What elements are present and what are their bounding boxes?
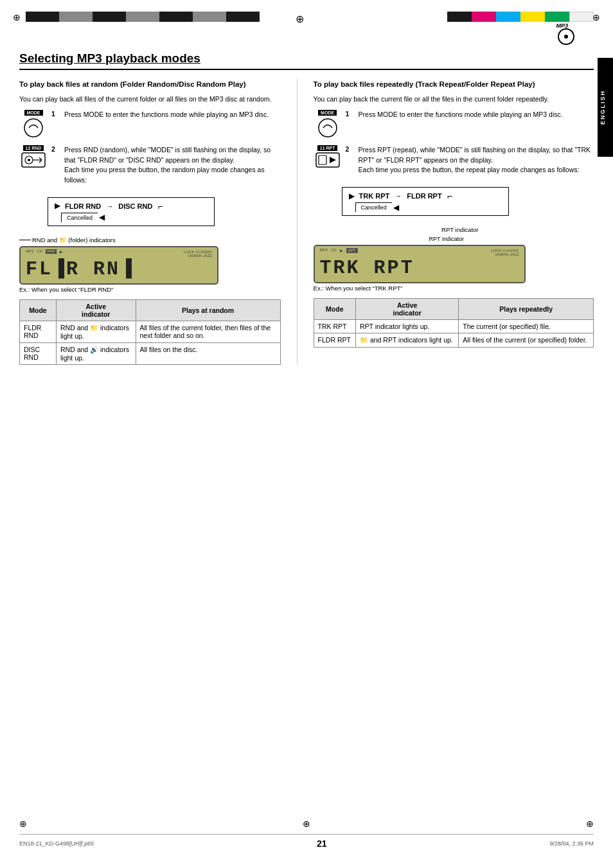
left-indicators-label: RND and 📁 (folder) indicators [19,236,281,244]
right-table-header-indicator: Activeindicator [356,299,459,320]
right-flow-arrow-right: ▶ [349,192,354,200]
right-table: Mode Activeindicator Plays repeatedly TR… [314,298,594,348]
left-step1-number: 1 [51,110,60,118]
left-step2-label: 12 RND [23,145,44,151]
reg-mark-bottom-center: ⊕ [303,819,310,829]
right-step2-icon: 11 RPT [314,145,342,168]
left-table-mode-1: FLDR RND [20,321,57,342]
right-step2-label: 11 RPT [317,145,338,151]
left-lcd-right-indicators: LOCK CLASSIC URBAN JAZZ [184,250,212,258]
right-table-mode-1: TRK RPT [314,320,355,333]
reg-mark-top-left: ⊕ [13,13,21,22]
right-flow-cancel-row: Cancelled ◀ [349,202,502,212]
left-lcd-big-text: FL▐R RN▐ [26,258,134,280]
left-table-row-2: DISC RND RND and 🔊 indicators light up. … [20,342,281,364]
right-table-indicator-1: RPT indicator lights up. [356,320,459,333]
left-step2-text: Press RND (random), while "MODE" is stil… [64,145,281,186]
right-step2-number: 2 [346,145,355,153]
rpt-button-icon [315,152,340,168]
right-lcd-top-indicators: MP3 CD ▶ RPT [320,248,358,253]
right-back-arrow: ◀ [393,203,399,212]
right-ex-label: Ex.: When you select “TRK RPT” [314,285,594,292]
left-table-plays-2: All files on the disc. [136,342,280,364]
right-column: To play back files repeatedly (Track Rep… [314,79,594,365]
right-table-header-mode: Mode [314,299,355,320]
left-step2-icon: 12 RND [19,145,48,168]
right-display-container: RPT indicator MP3 CD ▶ RPT TRK RPT [314,236,594,283]
left-table-indicator-2: RND and 🔊 indicators light up. [56,342,136,364]
page-title: Selecting MP3 playback modes [19,51,594,70]
footer-area: ⊕ ⊕ ⊕ EN18-21_KD-G498[UH]f.p65 21 9/28/0… [19,819,594,849]
flow-arrow1: → [106,202,113,210]
footer-filename: EN18-21_KD-G498[UH]f.p65 [19,840,94,847]
right-section-title: To play back files repeatedly (Track Rep… [314,79,594,89]
left-step1: MODE 1 Press MODE to enter the functions… [19,110,281,139]
right-rpt-indicator-arrow-label: RPT indicator [314,236,594,245]
svg-line-6 [39,160,42,163]
left-lcd-display: MP3 CD RND ▶ FL▐R RN▐ LOCK CLASSIC URBAN… [19,246,218,285]
left-flow-cancel-row: Cancelled ◀ [55,213,208,222]
right-table-mode-2: FLDR RPT [314,333,355,348]
left-table-header-indicator: Activeindicator [56,299,136,321]
right-lcd-big-text: TRK RPT [320,257,414,279]
svg-point-3 [28,159,30,161]
left-column: To play back files at random (Folder Ran… [19,79,281,365]
column-separator [297,79,298,365]
right-intro-text: You can play back the current file or al… [314,94,594,105]
footer-reg-marks: ⊕ ⊕ ⊕ [19,819,594,829]
svg-point-7 [319,119,337,137]
flow-arrow-right: ▶ [55,202,60,210]
right-step1-text: Press MODE to enter the functions mode w… [359,110,594,120]
right-color-bars [447,12,594,22]
footer-timestamp: 9/28/04, 2:36 PM [549,840,594,847]
right-step2: 11 RPT 2 Press RPT (repeat), while "MODE… [314,145,594,175]
left-table-header-mode: Mode [20,299,57,321]
left-color-bars [26,12,260,22]
left-table-mode-2: DISC RND [20,342,57,364]
left-back-arrow: ◀ [99,213,105,222]
english-tab: ENGLISH [598,58,613,157]
right-table-plays-2: All files of the current (or specified) … [459,333,594,348]
flow-item1: FLDR RND [65,202,101,210]
right-step1-number: 1 [346,110,355,118]
right-table-header-plays: Plays repeatedly [459,299,594,320]
left-flow-diagram: ▶ FLDR RND → DISC RND ⌐ Cancelled ◀ [48,197,215,226]
main-content: ENGLISH Selecting MP3 playback modes To … [19,51,594,365]
left-cancelled-label: Cancelled [61,213,98,222]
left-table-header-plays: Plays at random [136,299,280,321]
right-mode-button-icon [317,117,339,139]
right-flow-diagram: ▶ TRK RPT → FLDR RPT ⌐ Cancelled ◀ [342,187,509,216]
left-ex-label: Ex.: When you select “FLDR RND” [19,286,281,293]
mode-button-icon [22,117,44,139]
right-cancelled-label: Cancelled [355,202,392,212]
left-display-container: MP3 CD RND ▶ FL▐R RN▐ LOCK CLASSIC URBAN… [19,246,281,285]
two-column-layout: To play back files at random (Folder Ran… [19,79,594,365]
svg-rect-9 [319,155,326,164]
left-table-indicator-1: RND and 📁 indicators light up. [56,321,136,342]
svg-line-5 [39,157,42,160]
right-step1-label: MODE [318,110,337,116]
left-step2: 12 RND 2 Press RND (random), while "MODE [19,145,281,186]
reg-mark-top-right: ⊕ [592,13,600,22]
right-flow-curve-arrow: ⌐ [447,191,452,201]
left-step1-label: MODE [24,110,43,116]
reg-mark-top-center: ⊕ [296,13,304,25]
reg-mark-bottom-left: ⊕ [19,819,27,829]
flow-curve-arrow: ⌐ [157,201,163,211]
svg-point-0 [24,119,42,137]
left-step1-icon: MODE [19,110,48,139]
right-rpt-indicator-label: RPT indicator [314,226,594,233]
left-section-title: To play back files at random (Folder Ran… [19,79,281,89]
mp3-circle-icon [558,28,574,45]
right-lcd-display: MP3 CD ▶ RPT TRK RPT LOCK CLASSIC URBAN … [314,245,526,283]
right-table-row-2: FLDR RPT 📁 and RPT indicators light up. … [314,333,593,348]
right-flow-item2: FLDR RPT [407,192,441,200]
right-flow-item1: TRK RPT [359,192,390,200]
page-number: 21 [317,838,327,849]
right-flow-row: ▶ TRK RPT → FLDR RPT ⌐ [349,191,502,201]
right-table-indicator-2: 📁 and RPT indicators light up. [356,333,459,348]
right-table-plays-1: The current (or specified) file. [459,320,594,333]
reg-mark-bottom-right: ⊕ [586,819,594,829]
left-step1-text: Press MODE to enter the functions mode w… [64,110,281,120]
rnd-button-icon [21,152,46,168]
